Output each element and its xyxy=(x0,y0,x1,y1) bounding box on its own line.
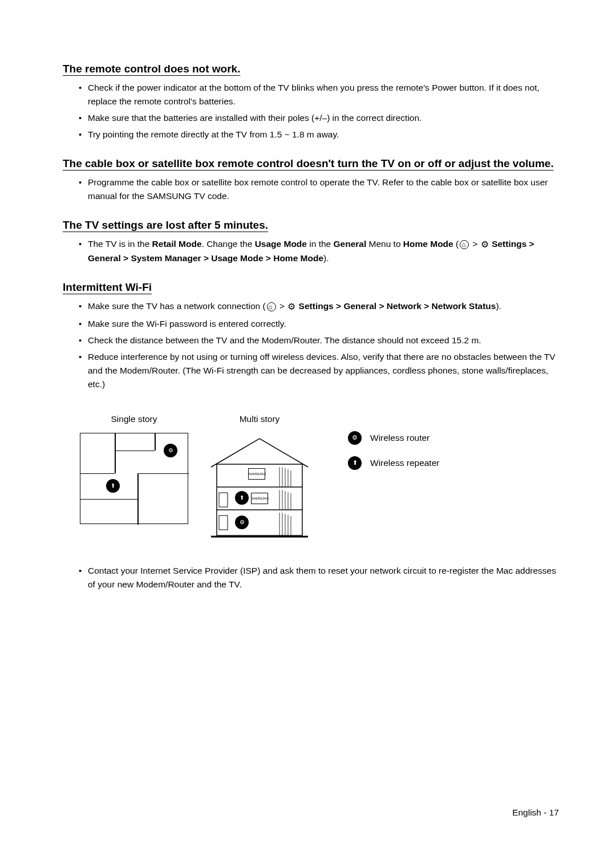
svg-rect-19 xyxy=(219,493,228,507)
list-item: Check the distance between the TV and th… xyxy=(80,334,559,347)
document-content: The remote control does not work. Check … xyxy=(63,63,559,591)
legend-router: ⚙ Wireless router xyxy=(348,431,439,445)
diagram-single-story: Single story ⚙ ⬆ xyxy=(80,414,188,541)
footer-sep: - xyxy=(541,808,549,817)
section-heading-wifi: Intermittent Wi-Fi xyxy=(63,281,559,294)
tv-icon: SAMSUNG xyxy=(251,493,268,504)
list-item: Make sure the TV has a network connectio… xyxy=(80,299,559,314)
list-item: The TV is in the Retail Mode. Change the… xyxy=(80,237,559,265)
list-item: Contact your Internet Service Provider (… xyxy=(80,564,559,591)
legend-label: Wireless router xyxy=(370,433,429,443)
section-heading-remote: The remote control does not work. xyxy=(63,63,559,75)
section-heading-settings-lost: The TV settings are lost after 5 minutes… xyxy=(63,219,559,232)
section-heading-cable-box: The cable box or satellite box remote co… xyxy=(63,157,559,170)
router-icon: ⚙ xyxy=(235,516,249,529)
diagram-title: Multi story xyxy=(240,414,280,424)
router-icon: ⚙ xyxy=(348,431,362,445)
list-item: Try pointing the remote directly at the … xyxy=(80,128,559,141)
floor-plan-single: ⚙ ⬆ xyxy=(80,433,188,524)
router-icon: ⚙ xyxy=(164,444,177,457)
section-list-settings-lost: The TV is in the Retail Mode. Change the… xyxy=(63,237,559,265)
page-footer: English - 17 xyxy=(512,808,559,818)
repeater-icon: ⬆ xyxy=(348,456,362,470)
floor-plan-multi: SAMSUNG ⬆ SAMSUNG ⚙ xyxy=(205,433,314,541)
diagram-legend: ⚙ Wireless router ⬆ Wireless repeater xyxy=(331,414,439,541)
home-icon xyxy=(460,240,469,249)
list-item: Reduce interference by not using or turn… xyxy=(80,350,559,391)
list-item: Check if the power indicator at the bott… xyxy=(80,81,559,108)
gear-icon: ⚙ xyxy=(481,238,489,252)
list-item: Make sure that the batteries are install… xyxy=(80,111,559,125)
tv-icon: SAMSUNG xyxy=(248,468,265,480)
list-item: Programme the cable box or satellite box… xyxy=(80,176,559,203)
list-item: Make sure the Wi-Fi password is entered … xyxy=(80,317,559,331)
diagram-container: Single story ⚙ ⬆ Multi story xyxy=(63,414,559,541)
diagram-multi-story: Multi story xyxy=(205,414,314,541)
section-list-wifi: Make sure the TV has a network connectio… xyxy=(63,299,559,391)
legend-label: Wireless repeater xyxy=(370,458,439,468)
section-list-post-diagram: Contact your Internet Service Provider (… xyxy=(63,564,559,591)
footer-lang: English xyxy=(512,808,541,817)
section-list-cable-box: Programme the cable box or satellite box… xyxy=(63,176,559,203)
diagram-title: Single story xyxy=(111,414,157,424)
repeater-icon: ⬆ xyxy=(106,479,120,493)
svg-rect-20 xyxy=(219,516,228,530)
footer-page: 17 xyxy=(549,808,559,817)
repeater-icon: ⬆ xyxy=(235,491,249,505)
gear-icon: ⚙ xyxy=(287,300,295,314)
legend-repeater: ⬆ Wireless repeater xyxy=(348,456,439,470)
section-list-remote: Check if the power indicator at the bott… xyxy=(63,81,559,141)
home-icon xyxy=(267,302,276,311)
